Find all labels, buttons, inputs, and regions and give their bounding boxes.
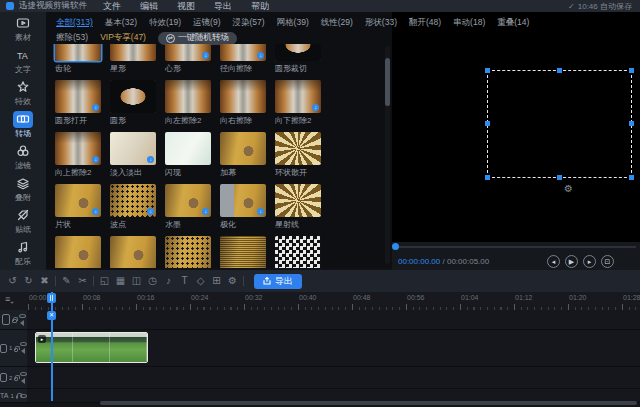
timeline-scrollbar-thumb[interactable] xyxy=(100,401,637,405)
mute-icon[interactable] xyxy=(21,378,25,384)
transition-category-tab[interactable]: 串动(18) xyxy=(453,17,485,29)
track-lane[interactable]: ▸ xyxy=(27,330,640,366)
transition-item[interactable] xyxy=(55,44,101,61)
transition-category-tab[interactable]: 重叠(14) xyxy=(497,17,529,29)
panel-scrollbar-thumb[interactable] xyxy=(385,58,390,106)
sidebar-item-filters[interactable]: 滤镜 xyxy=(0,140,46,172)
transition-item[interactable] xyxy=(55,236,101,268)
transition-category-tab[interactable]: 擦除(53) xyxy=(56,32,88,44)
sidebar-item-transitions[interactable]: 转场 xyxy=(0,108,46,140)
transition-item[interactable] xyxy=(220,132,266,165)
track-manager-icon[interactable]: ≡+ xyxy=(5,295,14,307)
transition-item[interactable]: ↓ xyxy=(275,80,321,113)
undo-icon[interactable]: ↺ xyxy=(6,274,19,289)
material-library-icon[interactable]: ⊞ xyxy=(210,274,223,289)
lock-icon[interactable] xyxy=(16,395,18,399)
resize-handle[interactable] xyxy=(485,175,490,180)
transition-item[interactable]: ↓ xyxy=(165,44,211,61)
track-lane[interactable] xyxy=(27,367,640,388)
crop-icon[interactable]: ◱ xyxy=(98,274,111,289)
timeline-ruler[interactable]: ≡+ 00:0000:0800:1600:2400:3200:4000:4800… xyxy=(0,292,640,310)
transition-item[interactable]: ↓ xyxy=(110,184,156,217)
transition-item[interactable] xyxy=(165,236,211,268)
export-button[interactable]: 导出 xyxy=(254,274,302,289)
transition-item[interactable] xyxy=(220,236,266,268)
transition-category-tab[interactable]: 浸染(57) xyxy=(232,17,264,29)
visibility-icon[interactable] xyxy=(19,314,26,318)
transition-item[interactable]: ↓ xyxy=(220,184,266,217)
playhead-handle[interactable] xyxy=(47,293,56,303)
resize-handle[interactable] xyxy=(485,121,490,126)
resize-handle[interactable] xyxy=(629,68,634,73)
text-to-speech-icon[interactable]: T xyxy=(178,274,191,289)
transition-category-tab[interactable]: 形状(33) xyxy=(365,17,397,29)
split-icon[interactable]: ✂ xyxy=(76,274,89,289)
prev-frame-button[interactable]: ◂ xyxy=(547,255,560,268)
fit-screen-button[interactable]: ⊡ xyxy=(601,255,614,268)
next-frame-button[interactable]: ▸ xyxy=(583,255,596,268)
menubar-menu[interactable]: 编辑 xyxy=(140,0,158,13)
resize-handle[interactable] xyxy=(629,175,634,180)
lock-icon[interactable] xyxy=(14,377,18,381)
transition-category-tab[interactable]: VIP专享(47) xyxy=(100,32,146,44)
transition-category-tab[interactable]: 全部(313) xyxy=(56,17,93,29)
random-transition-button[interactable]: ⇄ 一键随机转场 xyxy=(158,32,237,45)
settings-icon[interactable]: ⚙ xyxy=(226,274,239,289)
mosaic-icon[interactable]: ▦ xyxy=(114,274,127,289)
redo-icon[interactable]: ↻ xyxy=(22,274,35,289)
gear-icon[interactable]: ⚙ xyxy=(564,184,573,194)
transition-category-tab[interactable]: 特效(19) xyxy=(149,17,181,29)
transition-category-tab[interactable]: 翻开(48) xyxy=(409,17,441,29)
transition-item[interactable] xyxy=(165,80,211,113)
mute-icon[interactable] xyxy=(21,348,25,354)
transition-category-tab[interactable]: 网格(39) xyxy=(277,17,309,29)
play-button[interactable]: ▶ xyxy=(565,255,578,268)
edit-icon[interactable]: ✎ xyxy=(60,274,73,289)
transition-category-tab[interactable]: 基本(32) xyxy=(105,17,137,29)
panel-scrollbar[interactable] xyxy=(385,46,390,264)
playhead-marker-icon[interactable]: ✕ xyxy=(47,311,56,320)
lock-icon[interactable] xyxy=(12,319,17,323)
visibility-icon[interactable] xyxy=(20,342,27,346)
transition-category-tab[interactable]: 运镜(9) xyxy=(193,17,220,29)
transition-item[interactable]: ↓ xyxy=(55,132,101,165)
transition-item[interactable]: ↓ xyxy=(55,184,101,217)
transition-item[interactable] xyxy=(220,80,266,113)
transition-item[interactable] xyxy=(275,132,321,165)
transition-item[interactable] xyxy=(165,132,211,165)
sidebar-item-sticker[interactable]: 贴纸 xyxy=(0,204,46,236)
transition-item[interactable]: ↓ xyxy=(220,44,266,61)
menubar-menu[interactable]: 视图 xyxy=(177,0,195,13)
seekbar-handle[interactable] xyxy=(392,243,399,250)
transition-item[interactable]: ↓ xyxy=(275,44,321,61)
record-audio-icon[interactable]: ♪ xyxy=(162,274,175,289)
freeze-frame-icon[interactable]: ◫ xyxy=(130,274,143,289)
transition-item[interactable] xyxy=(110,236,156,268)
delete-icon[interactable]: ✖ xyxy=(38,274,51,289)
playhead[interactable]: ✕ xyxy=(51,292,53,401)
visibility-icon[interactable] xyxy=(20,372,27,376)
sidebar-item-overlay[interactable]: 叠附 xyxy=(0,172,46,204)
sidebar-item-media-folder[interactable]: 素材 xyxy=(0,12,46,44)
sidebar-item-music[interactable]: 配乐 xyxy=(0,236,46,268)
resize-handle[interactable] xyxy=(629,121,634,126)
track-head[interactable]: 1 xyxy=(0,330,27,366)
selection-rectangle[interactable] xyxy=(487,70,632,178)
transition-category-tab[interactable]: 线性(29) xyxy=(321,17,353,29)
sidebar-item-effects[interactable]: 特效 xyxy=(0,76,46,108)
seekbar-track[interactable] xyxy=(396,246,636,248)
menubar-menu[interactable]: 帮助 xyxy=(251,0,269,13)
preview-canvas[interactable]: ⚙ xyxy=(392,12,640,242)
mute-icon[interactable] xyxy=(20,320,24,326)
track-head[interactable]: TA1 xyxy=(0,389,27,402)
track-lane[interactable] xyxy=(27,310,640,329)
transition-item[interactable] xyxy=(110,44,156,61)
menubar-menu[interactable]: 导出 xyxy=(214,0,232,13)
sidebar-item-text[interactable]: TA文字 xyxy=(0,44,46,76)
transition-item[interactable]: ↓ xyxy=(110,132,156,165)
keyframe-icon[interactable]: ◇ xyxy=(194,274,207,289)
resize-handle[interactable] xyxy=(557,68,562,73)
transition-item[interactable] xyxy=(275,236,321,268)
transition-item[interactable] xyxy=(110,80,156,113)
track-head[interactable] xyxy=(0,310,27,329)
